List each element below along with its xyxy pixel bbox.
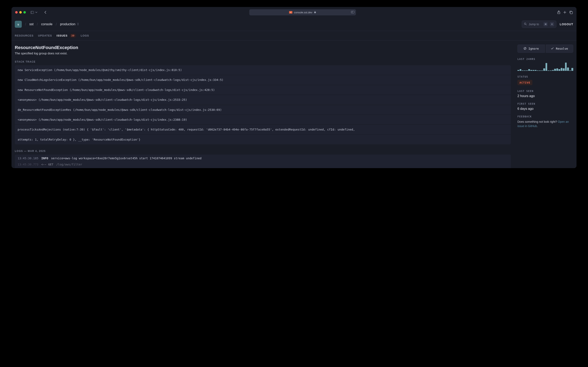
log-line: 13:45:30.773<-- GET/log/aws/filter [18, 163, 508, 166]
window-close[interactable] [15, 11, 18, 14]
last24-sparkline [517, 62, 573, 71]
browser-window: ≡ console.sst.dev [11, 7, 577, 168]
svg-line-10 [526, 25, 527, 25]
tabs-overview-icon[interactable] [569, 11, 573, 14]
last-seen-label: LAST SEEN [517, 90, 573, 92]
log-level: INFO [41, 157, 48, 160]
spark-bar [547, 70, 549, 71]
spark-bar [550, 70, 552, 71]
stack-trace-row[interactable]: <anonymous> (/home/bun/app/node_modules/… [15, 95, 511, 104]
stack-trace-row[interactable]: <anonymous> (/home/bun/app/node_modules/… [15, 115, 511, 124]
site-favicon-icon: ≡ [289, 11, 292, 14]
reader-mode-icon[interactable] [351, 11, 354, 14]
side-panel: Ignore Resolve LAST 24HRS STATUS AC [514, 41, 577, 168]
kbd-cmd: ⌘ [543, 22, 547, 26]
spark-bar [556, 68, 558, 71]
browser-titlebar: ≡ console.sst.dev [11, 7, 577, 18]
log-line: 13:45:30.185INFOservice=aws-log workspac… [18, 157, 508, 160]
last-seen-value: 2 hours ago [517, 94, 573, 98]
log-message: service=aws-log workspace=t6xe20r7emn5g1… [51, 157, 202, 160]
log-timestamp: 13:45:30.773 [18, 163, 38, 166]
new-tab-icon[interactable] [563, 11, 566, 14]
stack-trace-row[interactable]: new ResourceNotFoundException (/home/bun… [15, 85, 511, 95]
issues-count-badge: 39 [70, 34, 76, 38]
tab-issues-label: ISSUES [57, 34, 68, 37]
tab-updates[interactable]: UPDATES [38, 34, 52, 37]
search-icon [524, 23, 527, 26]
stack-trace-row[interactable]: de_ResourceNotFoundExceptionRes (/home/b… [15, 105, 511, 115]
crumb-stage-label: production [60, 22, 75, 26]
spark-bar [561, 68, 563, 71]
spark-bar [546, 63, 547, 71]
stack-trace: new ServiceException (/home/bun/app/node… [15, 65, 511, 144]
logout-link[interactable]: LOGOUT [560, 23, 573, 26]
tabs-bar: RESOURCES UPDATES ISSUES 39 LOGS [11, 31, 577, 41]
spark-bar [539, 70, 541, 71]
crumb-stage[interactable]: production [60, 22, 79, 26]
log-timestamp: 13:45:30.185 [18, 157, 38, 160]
lock-icon [314, 11, 316, 14]
svg-rect-2 [314, 12, 316, 13]
feedback-text: Does something not look right? Open an i… [517, 120, 573, 128]
stack-trace-row[interactable]: new CloudWatchLogsServiceException (/hom… [15, 75, 511, 84]
log-message: /log/aws/filter [56, 163, 82, 166]
stack-trace-row[interactable]: processTicksAndRejections (native:7:39) … [15, 125, 511, 134]
status-label: STATUS [517, 75, 573, 78]
tab-issues[interactable]: ISSUES 39 [57, 34, 76, 38]
ignore-label: Ignore [529, 47, 539, 50]
spark-bar [522, 70, 523, 71]
crumb-app[interactable]: console [41, 22, 52, 26]
status-badge: ACTIVE [517, 80, 532, 85]
svg-line-12 [524, 48, 526, 49]
feedback-label: FEEDBACK [517, 115, 573, 118]
logs-block: 13:45:30.185INFOservice=aws-log workspac… [15, 155, 511, 168]
spark-bar [565, 63, 567, 71]
spark-bar [533, 70, 534, 71]
spark-bar [535, 70, 537, 71]
stack-trace-label: STACK TRACE [15, 60, 511, 63]
svg-rect-0 [31, 11, 34, 14]
spark-bar [517, 70, 519, 71]
window-minimize[interactable] [19, 11, 22, 14]
share-icon[interactable] [557, 10, 560, 14]
jump-to-label: Jump to [529, 23, 539, 26]
traffic-lights [15, 11, 26, 14]
stack-trace-row[interactable]: new ServiceException (/home/bun/app/node… [15, 65, 511, 75]
crumb-sep: / [25, 22, 26, 26]
spark-bar [558, 69, 560, 71]
url-bar[interactable]: ≡ console.sst.dev [249, 9, 356, 15]
first-seen-label: FIRST SEEN [517, 102, 573, 105]
stack-trace-row[interactable]: attempts: 1, totalRetryDelay: 0 }, __typ… [15, 135, 511, 144]
issue-title: ResourceNotFoundException [15, 45, 511, 50]
back-icon[interactable] [43, 10, 48, 15]
tab-dropdown-icon[interactable] [34, 10, 39, 15]
spark-bar [567, 67, 569, 71]
spark-bar [552, 70, 554, 71]
jump-to-button[interactable]: Jump to ⌘ K [522, 21, 556, 28]
spark-bar [554, 69, 556, 71]
resolve-label: Resolve [556, 47, 568, 50]
spark-bar [526, 70, 528, 71]
crumb-org[interactable]: sst [29, 22, 33, 26]
svg-rect-8 [570, 11, 573, 14]
log-level: <-- GET [41, 163, 53, 166]
breadcrumb: s / sst / console / production [15, 21, 79, 28]
url-host: console.sst.dev [294, 11, 312, 14]
spark-bar [543, 68, 545, 71]
window-maximize[interactable] [23, 11, 26, 14]
resolve-button[interactable]: Resolve [546, 45, 573, 53]
app-header: s / sst / console / production [11, 18, 577, 31]
ignore-button[interactable]: Ignore [517, 45, 545, 53]
org-badge[interactable]: s [15, 21, 22, 28]
tab-logs[interactable]: LOGS [81, 34, 89, 37]
issue-subtitle: The specified log group does not exist. [15, 51, 511, 55]
feedback-period: . [537, 124, 538, 128]
tab-resources[interactable]: RESOURCES [15, 34, 33, 37]
spark-bar [541, 70, 543, 71]
spark-bar [563, 68, 565, 71]
spark-bar [524, 70, 526, 71]
spark-bar [569, 70, 571, 71]
spark-bar [530, 70, 532, 71]
first-seen-value: 6 days ago [517, 107, 573, 111]
check-icon [551, 47, 554, 50]
